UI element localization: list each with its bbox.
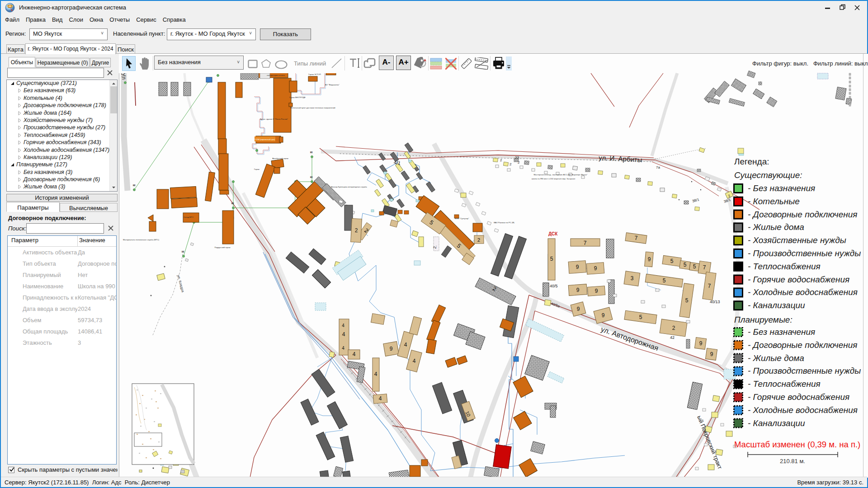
svg-text:9: 9 (595, 288, 598, 294)
svg-text:- Холодные водоснабжения: - Холодные водоснабжения (748, 287, 858, 297)
svg-text:7: 7 (635, 235, 638, 241)
svg-text:9: 9 (576, 287, 580, 293)
svg-text:5: 5 (550, 256, 553, 262)
svg-text:Вольер Кузнецова ветеринарная: Вольер Кузнецова ветеринарная служба (331, 186, 367, 188)
svg-text:- Жилые дома: - Жилые дома (748, 222, 804, 232)
svg-text:СПМ (кирпичный цех): СПМ (кирпичный цех) (255, 138, 275, 141)
svg-text:Гараж ЭСТОП: Гараж ЭСТОП (308, 73, 321, 75)
svg-text:2: 2 (500, 158, 502, 162)
svg-text:9: 9 (594, 265, 597, 272)
svg-text:5: 5 (663, 277, 666, 284)
svg-text:5: 5 (685, 297, 689, 304)
svg-text:АО "Верушанка": АО "Верушанка" (325, 84, 340, 86)
svg-text:4: 4 (353, 351, 356, 357)
svg-text:9: 9 (577, 306, 580, 312)
svg-text:Ул: Ул (120, 72, 127, 80)
svg-text:- Теплоснабжения: - Теплоснабжения (748, 379, 821, 389)
svg-text:Мастерская (Склад - мастерские: Мастерская (Склад - мастерские АСС) АО "… (534, 174, 588, 176)
svg-text:- Горячие водоснабжения: - Горячие водоснабжения (748, 392, 849, 402)
svg-text:Гараж: Гараж (254, 168, 259, 170)
svg-text:2: 2 (509, 162, 512, 166)
svg-text:9: 9 (648, 256, 651, 263)
svg-text:5: 5 (684, 262, 687, 268)
svg-text:4: 4 (404, 342, 407, 348)
svg-text:ДСК: ДСК (548, 231, 558, 236)
svg-text:9: 9 (602, 312, 605, 319)
svg-text:4: 4 (413, 358, 416, 364)
svg-text:3: 3 (631, 275, 634, 282)
svg-text:9: 9 (390, 346, 393, 352)
svg-text:Существующие:: Существующие: (734, 170, 802, 180)
svg-text:лаборатория алтина: лаборатория алтина (267, 74, 285, 76)
svg-text:4: 4 (342, 331, 345, 338)
svg-text:Подрусский гараж: Подрусский гараж (214, 246, 230, 249)
svg-text:- Договорные подключения: - Договорные подключения (748, 340, 857, 350)
svg-text:- Без назначения: - Без назначения (748, 327, 815, 337)
svg-text:Легенда:: Легенда: (734, 157, 769, 166)
svg-text:2: 2 (672, 325, 675, 331)
svg-text:- Горячие водоснабжения: - Горячие водоснабжения (748, 275, 849, 284)
svg-text:ВАО Раковая по РС (Я): ВАО Раковая по РС (Я) (494, 221, 514, 224)
svg-text:4: 4 (374, 371, 377, 377)
svg-text:40/13: 40/13 (710, 300, 720, 304)
svg-text:33: 33 (515, 155, 519, 160)
svg-text:КК: КК (310, 151, 313, 154)
svg-text:2: 2 (518, 160, 520, 164)
svg-text:9: 9 (710, 351, 713, 357)
svg-text:9: 9 (576, 264, 579, 270)
svg-text:- Производственные нужды: - Производственные нужды (748, 249, 861, 258)
svg-text:2: 2 (355, 227, 358, 234)
svg-text:5: 5 (693, 263, 696, 270)
svg-text:4: 4 (342, 346, 344, 351)
svg-text:Бульв. здание 8 "Почта России": Бульв. здание 8 "Почта России" (260, 118, 288, 120)
svg-text:- Без назначения: - Без назначения (748, 183, 815, 193)
svg-text:Автобусный гараж: Автобусный гараж (272, 157, 288, 160)
svg-text:4: 4 (379, 395, 382, 402)
svg-text:- Хозяйственные нужды: - Хозяйственные нужды (748, 235, 846, 245)
svg-text:Масштаб изменен (0,39 м. на п.: Масштаб изменен (0,39 м. на п.) (734, 440, 860, 449)
svg-text:- Производственные нужды: - Производственные нужды (748, 366, 861, 375)
svg-text:Материально-техническая служба: Материально-техническая служба (МТС) (123, 239, 160, 241)
svg-text:- Жилые дома: - Жилые дома (748, 353, 804, 363)
svg-text:7: 7 (708, 283, 711, 289)
svg-text:М-Ю "Сунгутар": М-Ю "Сунгутар" (455, 217, 469, 220)
svg-text:Склад МТС: Склад МТС (184, 216, 193, 218)
svg-text:9: 9 (699, 340, 703, 347)
svg-text:- Договорные подключения: - Договорные подключения (748, 210, 857, 219)
svg-text:КК: КК (231, 202, 234, 205)
svg-text:- Канализации: - Канализации (748, 300, 805, 310)
svg-text:- Котельные: - Котельные (748, 197, 800, 206)
svg-text:КК: КК (310, 176, 313, 178)
svg-text:- Теплоснабжения: - Теплоснабжения (748, 262, 821, 271)
svg-text:- Канализации: - Канализации (748, 418, 805, 428)
svg-text:7: 7 (703, 264, 706, 271)
svg-text:7а: 7а (656, 165, 660, 169)
svg-text:5: 5 (639, 314, 642, 320)
svg-text:5: 5 (670, 258, 674, 264)
svg-text:школа на 990 мест в 202 кварта: школа на 990 мест в 202 квартале мкр. За… (532, 178, 576, 180)
svg-text:40/5: 40/5 (550, 284, 558, 288)
svg-text:Гараж ВНУТР.ПДЕ: Гараж ВНУТР.ПДЕ (289, 96, 306, 99)
svg-text:7: 7 (584, 240, 587, 246)
svg-text:- Холодные водоснабжения: - Холодные водоснабжения (748, 405, 858, 415)
svg-text:42: 42 (670, 335, 675, 340)
svg-text:КК: КК (133, 184, 136, 187)
svg-text:КК: КК (182, 251, 184, 253)
svg-text:Планируемые:: Планируемые: (734, 315, 793, 324)
svg-text:Мебельный пункт доставки тепло: Мебельный пункт доставки тепловых направ… (290, 107, 335, 109)
svg-text:210.81 м.: 210.81 м. (780, 458, 805, 465)
svg-text:4: 4 (342, 323, 344, 328)
svg-text:2: 2 (477, 237, 480, 243)
